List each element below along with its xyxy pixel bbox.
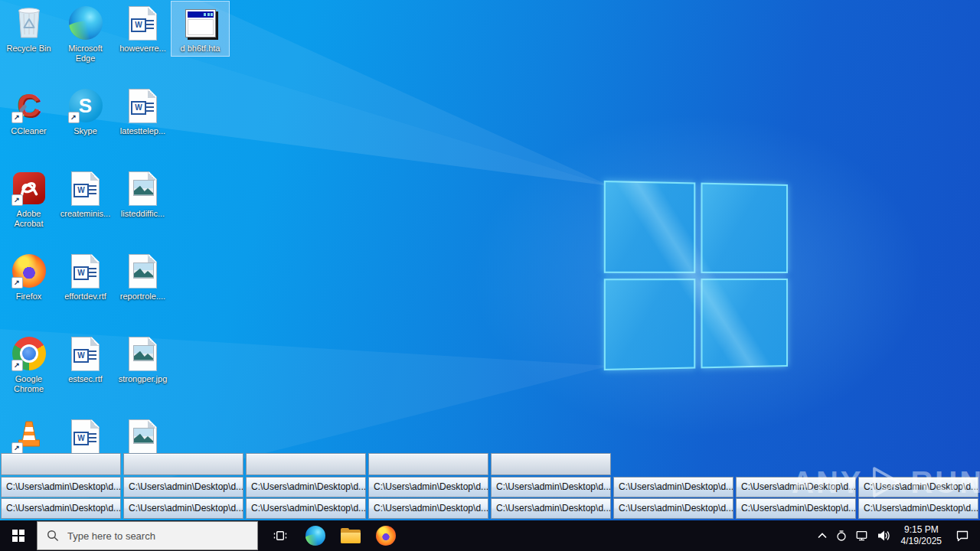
system-tray: 9:15 PM 4/19/2025 [813, 520, 980, 551]
taskbar: 9:15 PM 4/19/2025 [0, 520, 980, 551]
word-document-icon [71, 337, 100, 371]
desktop-icon-latesttelep[interactable]: latesttelep... [114, 84, 172, 139]
shortcut-arrow-icon [11, 277, 23, 289]
window-titlebar[interactable]: C:\Users\admin\Desktop\d... [736, 477, 856, 497]
edge-icon [305, 526, 325, 546]
window-titlebar-blank[interactable] [123, 453, 243, 475]
windows-logo-pane [701, 183, 788, 273]
desktop-icon-microsoft-edge[interactable]: Microsoft Edge [57, 2, 114, 66]
screen: Recycle Bin Microsoft Edge howeverre... … [0, 0, 980, 551]
windows-logo [604, 181, 788, 370]
taskbar-file-explorer-button[interactable] [333, 520, 368, 551]
start-button[interactable] [0, 520, 37, 551]
tray-chevron-up[interactable] [813, 520, 831, 551]
clock-date: 4/19/2025 [901, 536, 942, 547]
tray-volume[interactable] [873, 520, 894, 551]
window-titlebar[interactable]: C:\Users\admin\Desktop\d... [491, 477, 611, 497]
window-titlebar[interactable]: C:\Users\admin\Desktop\d... [368, 477, 488, 497]
desktop-icon-effortdev[interactable]: effortdev.rtf [57, 249, 114, 304]
firefox-icon [376, 526, 396, 546]
desktop-icon-createminis[interactable]: createminis... [57, 167, 114, 221]
word-document-icon [71, 254, 100, 289]
desktop-icon-listeddiffic[interactable]: listeddiffic... [114, 167, 172, 221]
image-file-icon [129, 419, 157, 454]
tray-network[interactable] [851, 520, 873, 551]
volume-icon [877, 530, 890, 542]
window-titlebar[interactable]: C:\Users\admin\Desktop\d... [858, 498, 978, 519]
desktop-icon-adobe-acrobat[interactable]: Adobe Acrobat [0, 167, 57, 231]
windows-logo-pane [604, 181, 695, 272]
image-file-icon [129, 171, 157, 206]
windows-start-icon [12, 530, 24, 542]
image-file-icon [129, 337, 157, 371]
search-input[interactable] [66, 530, 248, 543]
taskbar-edge-button[interactable] [298, 520, 333, 551]
network-icon [855, 530, 869, 542]
window-titlebar-blank[interactable] [491, 453, 611, 475]
taskbar-search[interactable] [37, 521, 258, 550]
window-titlebar[interactable]: C:\Users\admin\Desktop\d... [246, 498, 366, 519]
chevron-up-icon [817, 532, 828, 540]
windows-logo-pane [604, 279, 695, 370]
window-titlebar[interactable]: C:\Users\admin\Desktop\d... [613, 498, 733, 519]
word-document-icon [129, 6, 157, 41]
desktop-icon-reportrole[interactable]: reportrole.... [114, 249, 172, 304]
window-titlebar[interactable]: C:\Users\admin\Desktop\d... [1, 477, 121, 497]
window-titlebar-blank[interactable] [368, 453, 488, 475]
word-document-icon [71, 171, 100, 206]
status-circle-icon [835, 530, 848, 542]
desktop-icon-howeverre[interactable]: howeverre... [114, 2, 172, 56]
desktop-icon-hta-file[interactable]: d bh6tf.hta [172, 2, 229, 56]
file-explorer-icon [341, 528, 361, 543]
task-view-icon [273, 529, 288, 543]
taskbar-clock[interactable]: 9:15 PM 4/19/2025 [894, 520, 949, 551]
shortcut-arrow-icon [11, 112, 23, 123]
window-titlebar[interactable]: C:\Users\admin\Desktop\d... [491, 498, 611, 519]
desktop-icon-skype[interactable]: Skype [57, 84, 114, 139]
search-icon [47, 530, 59, 542]
shortcut-arrow-icon [11, 442, 23, 454]
image-file-icon [129, 254, 157, 289]
taskbar-firefox-button[interactable] [368, 520, 403, 551]
window-titlebar[interactable]: C:\Users\admin\Desktop\d... [123, 477, 243, 497]
word-document-icon [71, 419, 100, 454]
word-document-icon [129, 89, 157, 123]
desktop-icon-recycle-bin[interactable]: Recycle Bin [0, 2, 57, 56]
window-titlebar[interactable]: C:\Users\admin\Desktop\d... [736, 498, 856, 519]
action-center-icon [956, 530, 969, 542]
window-titlebar-blank[interactable] [1, 453, 121, 475]
action-center-button[interactable] [949, 520, 980, 551]
window-titlebar[interactable]: C:\Users\admin\Desktop\d... [858, 477, 978, 497]
desktop-icon-google-chrome[interactable]: Google Chrome [0, 332, 57, 396]
window-titlebar[interactable]: C:\Users\admin\Desktop\d... [246, 477, 366, 497]
task-view-button[interactable] [263, 520, 298, 551]
window-titlebar[interactable]: C:\Users\admin\Desktop\d... [613, 477, 733, 497]
window-titlebar[interactable]: C:\Users\admin\Desktop\d... [1, 498, 121, 519]
hta-application-icon [185, 9, 216, 37]
tray-status[interactable] [831, 520, 851, 551]
window-titlebar[interactable]: C:\Users\admin\Desktop\d... [368, 498, 488, 519]
window-titlebar-blank[interactable] [246, 453, 366, 475]
recycle-bin-icon [12, 3, 46, 43]
desktop-icon-firefox[interactable]: Firefox [0, 249, 57, 304]
windows-logo-pane [701, 279, 788, 369]
desktop-icon-strongper[interactable]: strongper.jpg [114, 332, 172, 386]
shortcut-arrow-icon [11, 360, 23, 371]
shortcut-arrow-icon [11, 194, 23, 206]
edge-icon [69, 6, 103, 40]
desktop-icon-estsec[interactable]: estsec.rtf [57, 332, 114, 386]
clock-time: 9:15 PM [904, 524, 939, 536]
shortcut-arrow-icon [68, 112, 80, 123]
desktop-icon-ccleaner[interactable]: CCleaner [0, 84, 57, 139]
window-titlebar[interactable]: C:\Users\admin\Desktop\d... [123, 498, 243, 519]
